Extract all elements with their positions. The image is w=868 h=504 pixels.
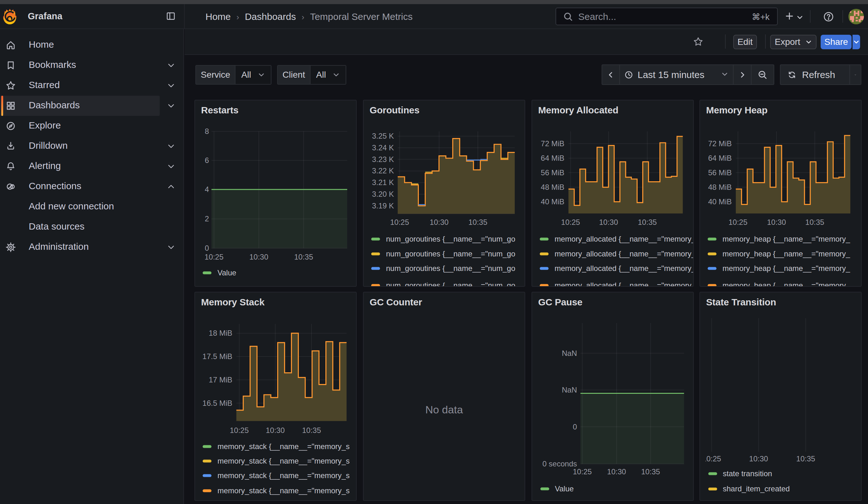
svg-text:3.21 K: 3.21 K [372, 178, 394, 187]
svg-text:memory_stack {__name__="memory: memory_stack {__name__="memory_s [217, 457, 350, 465]
svg-text:memory_allocated {__name__="me: memory_allocated {__name__="memory_ [555, 281, 694, 287]
svg-text:3.23 K: 3.23 K [372, 155, 394, 164]
svg-text:0 seconds: 0 seconds [542, 460, 577, 468]
svg-text:memory_allocated {__name__="me: memory_allocated {__name__="memory_ [555, 249, 694, 258]
svg-text:memory_heap {__name__="memory_: memory_heap {__name__="memory_ [723, 281, 850, 287]
svg-text:num_goroutines {__name__="num_: num_goroutines {__name__="num_go [386, 264, 515, 272]
svg-text:10:35: 10:35 [805, 218, 824, 226]
svg-text:6: 6 [205, 156, 209, 165]
svg-text:16.5 MiB: 16.5 MiB [202, 399, 232, 407]
svg-text:10:25: 10:25 [573, 467, 592, 476]
svg-text:memory_heap {__name__="memory_: memory_heap {__name__="memory_ [723, 264, 850, 272]
svg-text:48 MiB: 48 MiB [541, 183, 564, 192]
svg-text:Value: Value [217, 268, 236, 277]
svg-text:10:25: 10:25 [728, 218, 747, 226]
svg-text:memory_allocated {__name__="me: memory_allocated {__name__="memory_ [555, 264, 694, 272]
svg-text:Value: Value [555, 484, 574, 493]
svg-text:17.5 MiB: 17.5 MiB [202, 352, 232, 361]
svg-text:10:35: 10:35 [641, 467, 660, 476]
svg-text:memory_stack {__name__="memory: memory_stack {__name__="memory_s [217, 471, 350, 480]
svg-text:10:25: 10:25 [390, 218, 409, 226]
svg-text:10:25: 10:25 [205, 253, 224, 261]
svg-text:10:30: 10:30 [749, 454, 768, 463]
svg-text:10:30: 10:30 [249, 253, 268, 261]
svg-text:3.25 K: 3.25 K [372, 132, 394, 140]
svg-text:10:25: 10:25 [561, 218, 580, 226]
svg-text:num_goroutines {__name__="num_: num_goroutines {__name__="num_go [386, 249, 515, 258]
svg-text:memory_stack {__name__="memory: memory_stack {__name__="memory_s [217, 486, 350, 495]
svg-text:10:25: 10:25 [702, 454, 721, 463]
svg-text:18 MiB: 18 MiB [209, 329, 232, 337]
svg-text:memory_heap {__name__="memory_: memory_heap {__name__="memory_ [723, 249, 850, 258]
svg-text:10:30: 10:30 [430, 218, 448, 226]
svg-text:0: 0 [205, 244, 209, 252]
svg-text:num_goroutines {__name__="num_: num_goroutines {__name__="num_go [386, 235, 515, 243]
svg-text:memory_heap {__name__="memory_: memory_heap {__name__="memory_ [723, 235, 850, 243]
svg-text:3.19 K: 3.19 K [372, 202, 394, 210]
svg-text:state transition: state transition [723, 469, 772, 478]
svg-text:72 MiB: 72 MiB [541, 139, 564, 148]
svg-text:64 MiB: 64 MiB [708, 154, 732, 162]
svg-text:num_goroutines {__name__="num_: num_goroutines {__name__="num_go [386, 281, 515, 287]
svg-text:NaN: NaN [562, 385, 577, 394]
svg-text:3.22 K: 3.22 K [372, 166, 394, 175]
svg-text:64 MiB: 64 MiB [541, 154, 564, 162]
svg-text:2: 2 [205, 214, 209, 223]
svg-text:10:30: 10:30 [266, 426, 285, 434]
svg-text:40 MiB: 40 MiB [541, 197, 564, 206]
svg-text:3.24 K: 3.24 K [372, 143, 394, 152]
svg-text:10:35: 10:35 [796, 454, 815, 463]
svg-text:10:35: 10:35 [302, 426, 321, 434]
svg-text:10:35: 10:35 [468, 218, 487, 226]
svg-text:72 MiB: 72 MiB [708, 139, 732, 148]
svg-text:56 MiB: 56 MiB [708, 168, 732, 177]
svg-text:memory_allocated {__name__="me: memory_allocated {__name__="memory_ [555, 235, 694, 243]
svg-text:4: 4 [205, 185, 209, 194]
svg-text:memory_stack {__name__="memory: memory_stack {__name__="memory_s [217, 442, 350, 451]
svg-text:17 MiB: 17 MiB [209, 376, 232, 384]
svg-text:0: 0 [573, 422, 577, 431]
svg-text:10:30: 10:30 [607, 467, 626, 476]
svg-text:10:25: 10:25 [230, 426, 249, 434]
svg-text:shard_item_created: shard_item_created [723, 484, 790, 493]
svg-text:10:30: 10:30 [599, 218, 618, 226]
svg-text:48 MiB: 48 MiB [708, 183, 732, 192]
svg-text:10:30: 10:30 [767, 218, 786, 226]
svg-text:NaN: NaN [562, 349, 577, 358]
svg-text:3.20 K: 3.20 K [372, 190, 394, 198]
svg-text:8: 8 [205, 127, 209, 135]
svg-text:10:35: 10:35 [294, 253, 313, 261]
svg-text:10:35: 10:35 [638, 218, 657, 226]
svg-text:40 MiB: 40 MiB [708, 197, 732, 206]
svg-text:56 MiB: 56 MiB [541, 168, 564, 177]
